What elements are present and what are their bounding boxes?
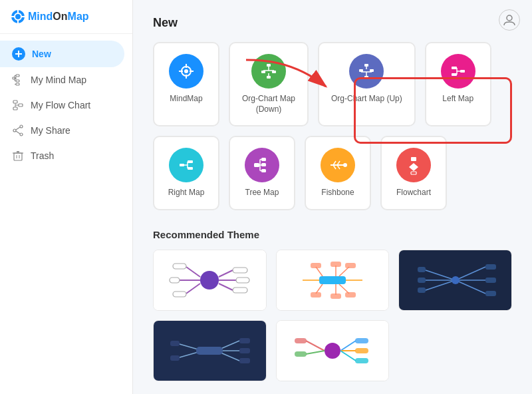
rightmap-icon-circle [169, 148, 203, 182]
theme-preview-3 [399, 250, 511, 310]
mindmap-nav-icon [12, 74, 24, 86]
svg-line-88 [186, 284, 200, 294]
theme-preview-2 [277, 250, 389, 310]
sidebar-item-flowchart[interactable]: My Flow Chart [0, 93, 132, 118]
sidebar-item-myshare[interactable]: My Share [0, 118, 132, 143]
svg-rect-9 [16, 75, 19, 77]
svg-point-33 [507, 15, 512, 21]
svg-rect-82 [411, 157, 416, 161]
logo-area: MindOnMap [0, 0, 132, 34]
svg-rect-94 [173, 292, 186, 297]
svg-line-112 [426, 270, 456, 280]
map-card-fishbone[interactable]: Fishbone [305, 136, 371, 210]
svg-line-115 [456, 267, 485, 280]
svg-rect-132 [170, 355, 180, 361]
logo-text: MindOnMap [28, 11, 89, 23]
svg-line-25 [16, 127, 20, 130]
myshare-label: My Share [31, 125, 70, 136]
orgchartup-label: Org-Chart Map (Up) [331, 94, 402, 104]
theme-card-5[interactable] [276, 320, 390, 381]
flowchart-icon-circle [396, 148, 431, 182]
mymindmap-label: My Mind Map [31, 75, 86, 85]
map-card-orgchartdown[interactable]: Org-Chart Map(Down) [229, 42, 309, 126]
svg-line-139 [340, 341, 356, 351]
treemap-label: Tree Map [245, 188, 279, 198]
recommended-theme-title: Recommended Theme [153, 229, 512, 240]
svg-rect-123 [485, 278, 496, 283]
mindmap-icon-circle [169, 54, 203, 89]
nav-items: New My Mind Map My Flow Chart My Share T… [0, 34, 132, 394]
svg-line-105 [339, 284, 349, 294]
svg-marker-83 [409, 163, 418, 171]
svg-point-39 [184, 69, 188, 73]
svg-line-89 [219, 270, 233, 277]
logo-icon [11, 9, 25, 24]
svg-rect-19 [13, 107, 17, 110]
theme-preview-5 [277, 321, 389, 381]
svg-rect-11 [16, 83, 19, 85]
map-card-rightmap[interactable]: Right Map [153, 136, 219, 210]
sidebar: MindOnMap New My Mind Map My Flow Chart [0, 0, 133, 394]
svg-point-24 [13, 129, 16, 132]
svg-rect-43 [267, 76, 271, 79]
svg-rect-108 [345, 263, 356, 268]
map-card-leftmap[interactable]: Left Map [425, 42, 491, 126]
svg-rect-61 [180, 164, 184, 166]
logo: MindOnMap [11, 9, 122, 24]
sidebar-item-trash[interactable]: Trash [0, 143, 132, 168]
svg-rect-146 [355, 358, 368, 363]
theme-card-4[interactable] [153, 320, 267, 381]
theme-card-2[interactable] [276, 250, 390, 311]
sidebar-item-new[interactable]: New [0, 41, 124, 67]
svg-rect-69 [261, 158, 266, 161]
svg-rect-92 [173, 264, 186, 269]
svg-point-118 [452, 276, 460, 284]
user-avatar[interactable] [499, 9, 520, 31]
theme-preview-1 [154, 250, 266, 310]
svg-line-138 [306, 351, 325, 354]
map-card-orgchartup[interactable]: Org-Chart Map (Up) [318, 42, 416, 126]
fishbone-label: Fishbone [321, 188, 354, 198]
svg-rect-145 [355, 348, 368, 353]
svg-point-22 [20, 125, 23, 128]
map-card-treemap[interactable]: Tree Map [229, 136, 295, 210]
svg-rect-10 [16, 80, 19, 82]
orgchartdown-label: Org-Chart Map(Down) [242, 94, 295, 114]
svg-rect-121 [418, 288, 426, 293]
svg-rect-50 [364, 64, 368, 67]
leftmap-label: Left Map [442, 94, 473, 104]
map-card-mindmap[interactable]: MindMap [153, 42, 219, 126]
svg-rect-144 [355, 338, 368, 343]
svg-rect-71 [261, 169, 266, 172]
mindmap-label: MindMap [170, 94, 202, 104]
svg-rect-131 [170, 341, 180, 346]
theme-card-1[interactable] [153, 250, 267, 311]
header-right [499, 9, 520, 31]
svg-rect-47 [364, 76, 368, 79]
theme-card-3[interactable] [398, 250, 512, 311]
svg-rect-27 [14, 153, 22, 160]
plus-icon [12, 47, 25, 61]
svg-rect-84 [411, 172, 416, 174]
svg-point-85 [200, 271, 219, 290]
svg-rect-109 [311, 292, 321, 297]
flowchart-label: My Flow Chart [31, 100, 90, 110]
orgup-icon-circle [349, 54, 384, 89]
svg-rect-122 [485, 264, 496, 270]
svg-rect-107 [331, 262, 341, 267]
svg-point-23 [20, 133, 23, 136]
svg-point-136 [325, 343, 340, 359]
svg-line-100 [316, 267, 323, 276]
main-content: New MindMap Org-Chart Map(Down) [133, 0, 532, 394]
leftmap-icon-circle [441, 54, 475, 89]
map-card-flowchart[interactable]: Flowchart [380, 136, 447, 210]
trash-label: Trash [31, 150, 54, 161]
theme-grid [153, 250, 512, 381]
fishbone-icon-circle [321, 148, 355, 182]
flowchart-label: Flowchart [396, 188, 431, 198]
svg-rect-119 [418, 267, 426, 272]
svg-rect-54 [460, 70, 465, 73]
sidebar-item-mymindmap[interactable]: My Mind Map [0, 67, 132, 93]
svg-rect-124 [485, 291, 496, 296]
svg-rect-17 [13, 100, 17, 103]
